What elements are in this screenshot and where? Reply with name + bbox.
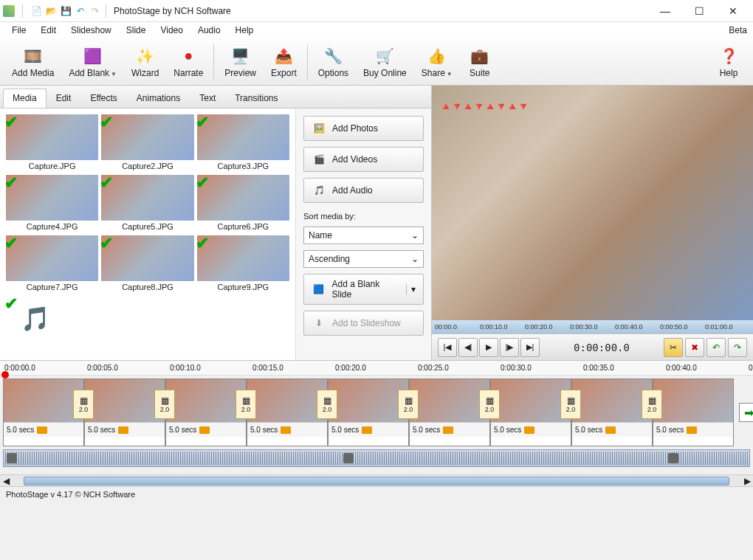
record-icon: ●: [178, 46, 199, 66]
media-thumb-audio[interactable]: ✔ 🎵: [6, 296, 65, 342]
play-button[interactable]: ▶: [479, 338, 498, 357]
timeline-clip[interactable]: 5.0 secs▦2.0: [490, 378, 571, 446]
minimize-button[interactable]: —: [648, 0, 682, 22]
media-thumb[interactable]: ✔Capture9.JPG: [197, 235, 289, 291]
thumbnail-image: [101, 235, 193, 281]
check-icon: ✔: [196, 113, 209, 132]
check-icon: ✔: [100, 173, 113, 193]
clip-thumbnail: [85, 379, 165, 422]
tab-edit[interactable]: Edit: [47, 89, 81, 108]
redo-button[interactable]: ↷: [728, 338, 747, 357]
menu-edit[interactable]: Edit: [35, 24, 62, 37]
menu-audio[interactable]: Audio: [192, 24, 227, 37]
undo-icon[interactable]: ↶: [75, 5, 86, 17]
close-button[interactable]: ✕: [716, 0, 750, 22]
add-media-button[interactable]: 🎞️Add Media: [4, 43, 61, 81]
share-button[interactable]: 👍Share▼: [414, 43, 460, 81]
media-thumb[interactable]: ✔Capture8.JPG: [101, 235, 193, 291]
check-icon: ✔: [196, 234, 209, 253]
transition-icon: ▦: [486, 395, 494, 406]
cut-button[interactable]: ✂: [664, 338, 683, 357]
timeline-clip[interactable]: 5.0 secs▦2.0: [653, 378, 734, 446]
transition-duration: 2.0: [566, 406, 576, 413]
sort-by-select[interactable]: Name⌄: [303, 227, 424, 244]
tab-effects[interactable]: Effects: [80, 89, 126, 108]
delete-button[interactable]: ✖: [685, 338, 704, 357]
effect-badge-icon: [687, 426, 697, 434]
add-to-slideshow-button[interactable]: ⬇Add to Slideshow: [303, 311, 424, 336]
goto-end-button[interactable]: ▶|: [520, 338, 540, 357]
buy-online-button[interactable]: 🛒Buy Online: [356, 43, 414, 81]
menu-help[interactable]: Help: [230, 24, 260, 37]
media-thumb[interactable]: ✔Capture.JPG: [6, 114, 98, 170]
transition-box[interactable]: ▦2.0: [154, 390, 175, 419]
media-thumb[interactable]: ✔Capture4.JPG: [6, 175, 98, 231]
media-thumb[interactable]: ✔Capture3.JPG: [197, 114, 289, 170]
monitor-icon: 🖥️: [230, 46, 251, 66]
sort-dir-select[interactable]: Ascending⌄: [303, 250, 424, 268]
transition-box[interactable]: ▦2.0: [73, 390, 94, 419]
preview-button[interactable]: 🖥️Preview: [217, 43, 264, 81]
preview-ruler[interactable]: 00:00.00:00:10.00:00:20.00:00:30.00:00:4…: [432, 320, 753, 333]
timeline: 0:00:00.00:00:05.00:00:10.00:00:15.00:00…: [0, 360, 753, 486]
menu-slideshow[interactable]: Slideshow: [65, 24, 117, 37]
menu-slide[interactable]: Slide: [120, 24, 152, 37]
thumbnail-label: Capture9.JPG: [197, 283, 289, 291]
tab-media[interactable]: Media: [3, 89, 47, 108]
tab-transitions[interactable]: Transitions: [225, 89, 287, 108]
redo-icon[interactable]: ↷: [89, 5, 101, 17]
prev-button[interactable]: ◀|: [458, 338, 478, 357]
wizard-button[interactable]: ✨Wizard: [124, 43, 166, 81]
media-thumb[interactable]: ✔Capture2.JPG: [101, 114, 193, 170]
tab-animations[interactable]: Animations: [127, 89, 190, 108]
timeline-clip[interactable]: 5.0 secs▦2.0: [3, 378, 84, 446]
add-videos-button[interactable]: 🎬Add Videos: [303, 147, 424, 172]
open-icon[interactable]: 📂: [45, 5, 57, 17]
timeline-clip[interactable]: 5.0 secs▦2.0: [409, 378, 490, 446]
video-track[interactable]: 5.0 secs▦2.05.0 secs▦2.05.0 secs▦2.05.0 …: [0, 376, 753, 446]
add-clip-arrow-icon[interactable]: ➡: [739, 403, 753, 422]
blank-slide-icon: 🟦: [312, 282, 326, 297]
transition-box[interactable]: ▦2.0: [317, 390, 337, 419]
blank-plus-icon: 🟪: [83, 46, 103, 66]
transition-icon: ▦: [567, 395, 575, 406]
export-button[interactable]: 📤Export: [264, 43, 304, 81]
timeline-clip[interactable]: 5.0 secs▦2.0: [328, 378, 409, 446]
next-button[interactable]: |▶: [500, 338, 519, 357]
menu-file[interactable]: File: [6, 24, 32, 37]
transition-box[interactable]: ▦2.0: [235, 390, 256, 419]
help-button[interactable]: ❓Help: [709, 43, 749, 81]
playhead-icon[interactable]: [1, 371, 9, 378]
transition-box[interactable]: ▦2.0: [642, 390, 662, 419]
horizontal-scrollbar[interactable]: ◀ ▶: [0, 474, 753, 486]
transition-icon: ▦: [323, 395, 331, 406]
suite-button[interactable]: 💼Suite: [460, 43, 500, 81]
goto-start-button[interactable]: |◀: [438, 338, 457, 357]
timeline-clip[interactable]: 5.0 secs▦2.0: [571, 378, 653, 446]
tab-text[interactable]: Text: [190, 89, 225, 108]
timeline-clip[interactable]: 5.0 secs▦2.0: [247, 378, 328, 446]
narrate-button[interactable]: ●Narrate: [166, 43, 210, 81]
add-audio-button[interactable]: 🎵Add Audio: [303, 178, 424, 203]
undo-button[interactable]: ↶: [706, 338, 726, 357]
add-blank-button[interactable]: 🟪Add Blank▼: [61, 43, 124, 81]
transition-box[interactable]: ▦2.0: [479, 390, 500, 419]
media-thumb[interactable]: ✔Capture6.JPG: [197, 175, 289, 231]
menu-video[interactable]: Video: [154, 24, 188, 37]
menubar: File Edit Slideshow Slide Video Audio He…: [0, 22, 753, 38]
media-thumb[interactable]: ✔Capture7.JPG: [6, 235, 98, 291]
add-blank-slide-button[interactable]: 🟦Add a Blank Slide▾: [303, 274, 424, 305]
new-icon[interactable]: 📄: [30, 5, 42, 17]
maximize-button[interactable]: ☐: [682, 0, 716, 22]
transition-box[interactable]: ▦2.0: [560, 390, 581, 419]
add-photos-button[interactable]: 🖼️Add Photos: [303, 116, 424, 141]
transition-box[interactable]: ▦2.0: [398, 390, 419, 419]
options-button[interactable]: 🔧Options: [311, 43, 356, 81]
media-thumb[interactable]: ✔Capture5.JPG: [101, 175, 193, 231]
audio-track[interactable]: [3, 449, 750, 467]
timeline-clip[interactable]: 5.0 secs▦2.0: [165, 378, 247, 446]
timeline-ruler[interactable]: 0:00:00.00:00:05.00:00:10.00:00:15.00:00…: [0, 361, 753, 376]
save-icon[interactable]: 💾: [60, 5, 72, 17]
timeline-clip[interactable]: 5.0 secs▦2.0: [84, 378, 165, 446]
clip-duration: 5.0 secs: [494, 426, 521, 434]
